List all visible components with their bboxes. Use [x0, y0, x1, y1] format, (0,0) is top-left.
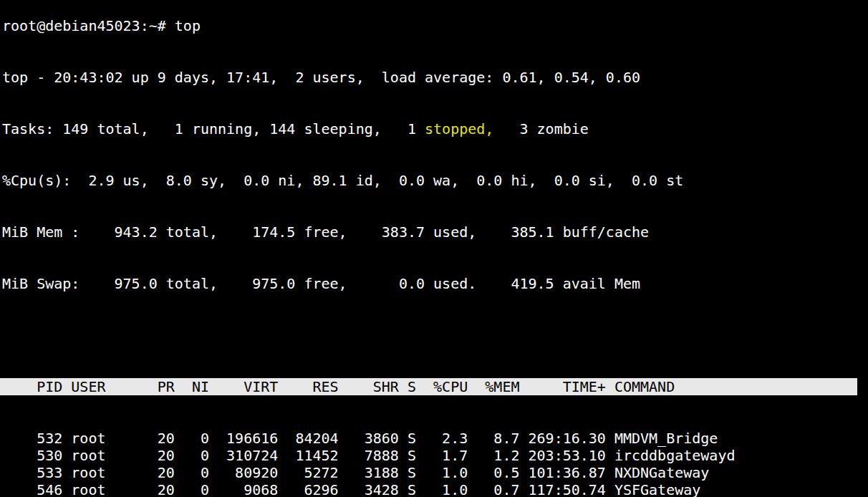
uptime-line: top - 20:43:02 up 9 days, 17:41, 2 users…: [0, 69, 868, 86]
process-row: 530 root 20 0 310724 11452 7888 S 1.7 1.…: [0, 447, 868, 464]
process-row: 532 root 20 0 196616 84204 3860 S 2.3 8.…: [0, 430, 868, 447]
blank-line: [0, 327, 868, 344]
cpu-text: %Cpu(s): 2.9 us, 8.0 sy, 0.0 ni, 89.1 id…: [2, 172, 683, 189]
cpu-line: %Cpu(s): 2.9 us, 8.0 sy, 0.0 ni, 89.1 id…: [0, 172, 868, 189]
tasks-stopped-highlight: stopped,: [425, 120, 493, 137]
swap-text: MiB Swap: 975.0 total, 975.0 free, 0.0 u…: [2, 275, 640, 292]
process-row: 546 root 20 0 9068 6296 3428 S 1.0 0.7 1…: [0, 481, 868, 497]
process-table: 532 root 20 0 196616 84204 3860 S 2.3 8.…: [0, 430, 868, 497]
swap-line: MiB Swap: 975.0 total, 975.0 free, 0.0 u…: [0, 275, 868, 292]
mem-line: MiB Mem : 943.2 total, 174.5 free, 383.7…: [0, 223, 868, 241]
tasks-text-prefix: Tasks: 149 total, 1 running, 144 sleepin…: [2, 120, 425, 137]
process-row: 533 root 20 0 80920 5272 3188 S 1.0 0.5 …: [0, 464, 868, 481]
process-table-header: PID USER PR NI VIRT RES SHR S %CPU %MEM …: [0, 378, 857, 395]
prompt-line: root@debian45023:~# top: [0, 17, 868, 34]
terminal-window[interactable]: root@debian45023:~# top top - 20:43:02 u…: [0, 0, 868, 497]
tasks-text-suffix: 3 zombie: [493, 120, 588, 137]
mem-text: MiB Mem : 943.2 total, 174.5 free, 383.7…: [2, 223, 649, 241]
uptime-text: top - 20:43:02 up 9 days, 17:41, 2 users…: [2, 69, 640, 86]
prompt-text: root@debian45023:~# top: [2, 17, 201, 34]
tasks-line: Tasks: 149 total, 1 running, 144 sleepin…: [0, 120, 868, 137]
terminal-output: root@debian45023:~# top top - 20:43:02 u…: [0, 0, 868, 497]
